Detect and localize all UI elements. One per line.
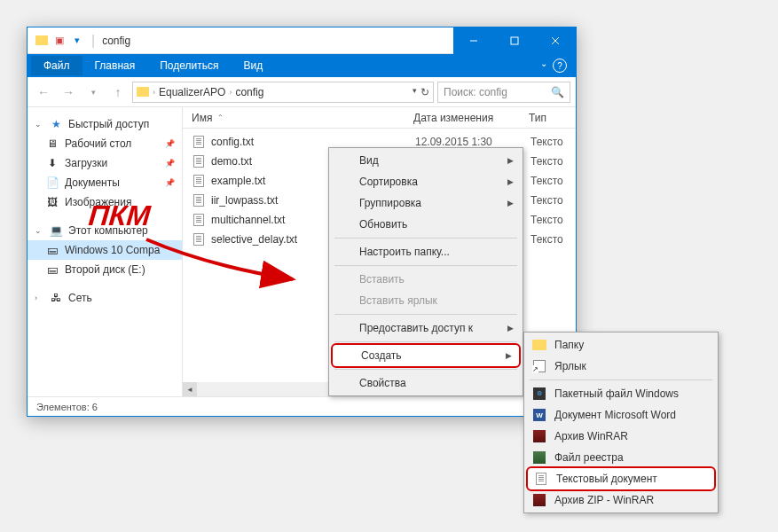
help-icon[interactable]: ?	[553, 59, 567, 73]
sidebar-drive-e[interactable]: 🖴Второй диск (E:)	[28, 260, 182, 279]
sidebar-label: Windows 10 Compa	[65, 244, 160, 256]
ctx-sort[interactable]: Сортировка▶	[331, 171, 521, 192]
minimize-button[interactable]	[453, 27, 494, 54]
ribbon-tab-view[interactable]: Вид	[231, 56, 275, 75]
column-name[interactable]: Имя⌃	[183, 112, 405, 124]
breadcrumb-segment[interactable]: config	[235, 86, 263, 98]
txt-icon	[192, 174, 206, 188]
separator	[334, 265, 517, 266]
titlebar-qat-icon[interactable]: ▣	[52, 34, 67, 48]
rar-icon	[531, 492, 547, 508]
back-button[interactable]: ←	[33, 82, 54, 103]
separator	[334, 314, 517, 315]
ctx-new-zip[interactable]: Архив ZIP - WinRAR	[526, 489, 716, 511]
chevron-down-icon: ⌄	[35, 226, 43, 235]
ctx-new-shortcut[interactable]: Ярлык	[526, 356, 716, 377]
ctx-share[interactable]: Предоставить доступ к▶	[331, 317, 521, 339]
word-icon: W	[531, 407, 547, 423]
forward-button[interactable]: →	[58, 82, 79, 103]
ctx-properties[interactable]: Свойства	[331, 372, 521, 394]
folder-icon	[531, 337, 547, 353]
sidebar-network[interactable]: ›🖧Сеть	[28, 288, 182, 308]
sidebar-this-pc[interactable]: ⌄💻Этот компьютер	[28, 221, 182, 240]
pin-icon: 📌	[165, 159, 175, 168]
txt-icon	[192, 213, 206, 227]
chevron-right-icon: ▶	[507, 324, 514, 332]
close-button[interactable]	[535, 27, 576, 54]
search-icon: 🔍	[551, 86, 564, 98]
folder-icon	[137, 87, 149, 97]
reg-icon	[531, 450, 547, 466]
search-input[interactable]: Поиск: config 🔍	[437, 82, 570, 103]
sidebar-label: Документы	[65, 176, 120, 189]
sidebar-quick-access[interactable]: ⌄ ★ Быстрый доступ	[28, 114, 182, 134]
breadcrumb-segment[interactable]: EqualizerAPO	[159, 86, 225, 98]
column-date[interactable]: Дата изменения	[405, 112, 520, 124]
image-icon: 🖼	[45, 195, 59, 209]
pc-icon: 💻	[49, 223, 63, 238]
document-icon: 📄	[45, 176, 59, 190]
sidebar-desktop[interactable]: 🖥Рабочий стол📌	[28, 134, 182, 153]
sidebar-label: Изображения	[65, 196, 131, 208]
toolbar: ← → ▾ ↑ › EqualizerAPO › config ▾ ↻ Поис…	[28, 77, 576, 107]
ctx-view[interactable]: Вид▶	[331, 150, 521, 171]
ctx-new-folder[interactable]: Папку	[526, 334, 716, 356]
search-placeholder: Поиск: config	[444, 86, 507, 98]
window-title: config	[102, 35, 130, 47]
context-menu: Вид▶ Сортировка▶ Группировка▶ Обновить Н…	[328, 147, 523, 396]
scroll-left-icon[interactable]: ◄	[183, 382, 197, 396]
sidebar-drive-c[interactable]: 🖴Windows 10 Compa	[28, 240, 182, 260]
chevron-right-icon: ▶	[506, 351, 512, 360]
ribbon-collapse-icon[interactable]: ⌄	[540, 59, 547, 73]
separator	[334, 238, 517, 239]
statusbar: Элементов: 6 ☰ ▦	[28, 396, 576, 416]
txt-icon	[192, 193, 206, 207]
ctx-new-reg[interactable]: Файл реестра	[526, 447, 716, 468]
ctx-group[interactable]: Группировка▶	[331, 192, 521, 214]
sidebar-label: Второй диск (E:)	[65, 263, 145, 276]
ctx-new-bat[interactable]: ⚙Пакетный файл Windows	[526, 383, 716, 404]
folder-icon	[35, 34, 49, 48]
drive-icon: 🖴	[45, 262, 59, 277]
rar-icon	[531, 428, 547, 444]
txt-icon	[533, 471, 549, 487]
sidebar-label: Быстрый доступ	[68, 118, 149, 130]
sidebar: ⌄ ★ Быстрый доступ 🖥Рабочий стол📌 ⬇Загру…	[28, 107, 183, 396]
ribbon-tab-share[interactable]: Поделиться	[147, 56, 231, 75]
ctx-new-word[interactable]: WДокумент Microsoft Word	[526, 404, 716, 426]
ctx-new-rar[interactable]: Архив WinRAR	[526, 426, 716, 447]
chevron-right-icon: ▶	[507, 199, 514, 207]
separator: |	[91, 33, 95, 49]
context-submenu-create: Папку Ярлык ⚙Пакетный файл Windows WДоку…	[523, 332, 719, 513]
sidebar-documents[interactable]: 📄Документы📌	[28, 173, 182, 192]
desktop-icon: 🖥	[45, 137, 59, 151]
separator	[530, 379, 712, 380]
ctx-new-txt[interactable]: Текстовый документ	[526, 466, 716, 491]
recent-dropdown[interactable]: ▾	[83, 82, 104, 103]
chevron-right-icon: ›	[35, 293, 43, 302]
dropdown-icon[interactable]: ▾	[413, 86, 417, 98]
titlebar-qat-icon[interactable]: ▾	[70, 34, 84, 48]
column-headers: Имя⌃ Дата изменения Тип	[183, 107, 576, 129]
download-icon: ⬇	[45, 156, 59, 170]
refresh-icon[interactable]: ↻	[420, 86, 429, 98]
maximize-button[interactable]	[494, 27, 535, 54]
sidebar-downloads[interactable]: ⬇Загрузки📌	[28, 153, 182, 173]
ctx-create[interactable]: Создать▶	[331, 343, 521, 368]
chevron-right-icon: ▶	[507, 177, 514, 186]
pin-icon: 📌	[165, 178, 175, 187]
titlebar: ▣ ▾ | config	[28, 27, 576, 54]
drive-icon: 🖴	[45, 243, 59, 257]
shortcut-icon	[531, 358, 547, 374]
column-type[interactable]: Тип	[520, 112, 576, 124]
up-button[interactable]: ↑	[107, 82, 129, 103]
ribbon-tab-home[interactable]: Главная	[83, 56, 148, 75]
sidebar-images[interactable]: 🖼Изображения	[28, 192, 182, 212]
ribbon-tab-file[interactable]: Файл	[31, 56, 83, 75]
address-bar[interactable]: › EqualizerAPO › config ▾ ↻	[132, 82, 434, 103]
network-icon: 🖧	[49, 291, 63, 305]
ctx-customize[interactable]: Настроить папку...	[331, 241, 521, 262]
ctx-paste: Вставить	[331, 269, 521, 290]
ctx-refresh[interactable]: Обновить	[331, 214, 521, 235]
star-icon: ★	[49, 117, 63, 131]
